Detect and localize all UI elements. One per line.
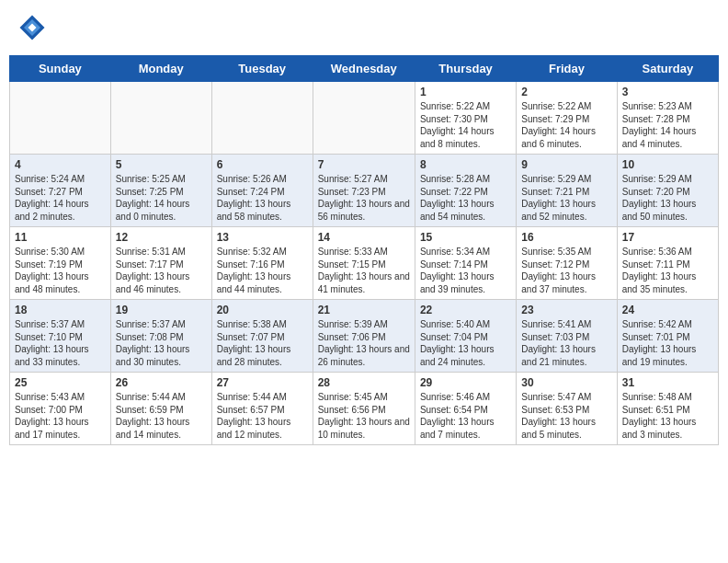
- calendar-cell: [10, 82, 111, 155]
- day-number: 9: [521, 158, 611, 171]
- calendar-cell: 17Sunrise: 5:36 AM Sunset: 7:11 PM Dayli…: [617, 227, 718, 300]
- day-info: Sunrise: 5:31 AM Sunset: 7:17 PM Dayligh…: [116, 246, 207, 295]
- calendar-cell: 1Sunrise: 5:22 AM Sunset: 7:30 PM Daylig…: [415, 82, 516, 155]
- calendar-cell: 27Sunrise: 5:44 AM Sunset: 6:57 PM Dayli…: [211, 373, 313, 445]
- day-info: Sunrise: 5:44 AM Sunset: 6:57 PM Dayligh…: [217, 391, 308, 441]
- day-info: Sunrise: 5:32 AM Sunset: 7:16 PM Dayligh…: [217, 246, 308, 295]
- calendar-week-row: 25Sunrise: 5:43 AM Sunset: 7:00 PM Dayli…: [10, 373, 719, 445]
- logo: [18, 14, 50, 41]
- day-number: 14: [318, 231, 410, 244]
- day-number: 11: [15, 231, 106, 244]
- calendar-cell: 10Sunrise: 5:29 AM Sunset: 7:20 PM Dayli…: [617, 155, 718, 227]
- calendar-cell: 3Sunrise: 5:23 AM Sunset: 7:28 PM Daylig…: [617, 82, 718, 155]
- calendar-cell: 24Sunrise: 5:42 AM Sunset: 7:01 PM Dayli…: [617, 300, 718, 373]
- day-info: Sunrise: 5:36 AM Sunset: 7:11 PM Dayligh…: [622, 246, 713, 295]
- day-info: Sunrise: 5:22 AM Sunset: 7:30 PM Dayligh…: [420, 100, 511, 150]
- day-number: 19: [116, 304, 207, 316]
- day-info: Sunrise: 5:33 AM Sunset: 7:15 PM Dayligh…: [318, 246, 410, 295]
- calendar-cell: 14Sunrise: 5:33 AM Sunset: 7:15 PM Dayli…: [313, 227, 415, 300]
- day-number: 5: [116, 158, 207, 171]
- day-info: Sunrise: 5:45 AM Sunset: 6:56 PM Dayligh…: [318, 391, 410, 441]
- day-info: Sunrise: 5:22 AM Sunset: 7:29 PM Dayligh…: [521, 100, 611, 150]
- day-info: Sunrise: 5:39 AM Sunset: 7:06 PM Dayligh…: [318, 318, 410, 368]
- day-number: 8: [420, 158, 511, 171]
- calendar-cell: 22Sunrise: 5:40 AM Sunset: 7:04 PM Dayli…: [415, 300, 516, 373]
- day-number: 4: [15, 158, 106, 171]
- day-info: Sunrise: 5:28 AM Sunset: 7:22 PM Dayligh…: [420, 173, 511, 223]
- logo-icon: [18, 14, 46, 41]
- weekday-header-wednesday: Wednesday: [313, 56, 415, 82]
- calendar-cell: [313, 82, 415, 155]
- calendar-week-row: 4Sunrise: 5:24 AM Sunset: 7:27 PM Daylig…: [10, 155, 719, 227]
- day-number: 23: [521, 304, 611, 316]
- weekday-header-monday: Monday: [110, 56, 211, 82]
- day-info: Sunrise: 5:46 AM Sunset: 6:54 PM Dayligh…: [420, 391, 511, 441]
- calendar-cell: 9Sunrise: 5:29 AM Sunset: 7:21 PM Daylig…: [517, 155, 617, 227]
- calendar-cell: 19Sunrise: 5:37 AM Sunset: 7:08 PM Dayli…: [110, 300, 211, 373]
- calendar-cell: 13Sunrise: 5:32 AM Sunset: 7:16 PM Dayli…: [211, 227, 313, 300]
- weekday-header-saturday: Saturday: [617, 56, 718, 82]
- calendar-cell: 29Sunrise: 5:46 AM Sunset: 6:54 PM Dayli…: [415, 373, 516, 445]
- day-info: Sunrise: 5:35 AM Sunset: 7:12 PM Dayligh…: [521, 246, 611, 295]
- calendar-cell: 2Sunrise: 5:22 AM Sunset: 7:29 PM Daylig…: [517, 82, 617, 155]
- calendar-cell: 4Sunrise: 5:24 AM Sunset: 7:27 PM Daylig…: [10, 155, 111, 227]
- day-info: Sunrise: 5:44 AM Sunset: 6:59 PM Dayligh…: [116, 391, 207, 441]
- day-number: 17: [622, 231, 713, 244]
- day-number: 16: [521, 231, 611, 244]
- calendar-cell: 15Sunrise: 5:34 AM Sunset: 7:14 PM Dayli…: [415, 227, 516, 300]
- day-info: Sunrise: 5:41 AM Sunset: 7:03 PM Dayligh…: [521, 318, 611, 368]
- calendar-cell: 8Sunrise: 5:28 AM Sunset: 7:22 PM Daylig…: [415, 155, 516, 227]
- calendar-cell: 21Sunrise: 5:39 AM Sunset: 7:06 PM Dayli…: [313, 300, 415, 373]
- day-number: 24: [622, 304, 713, 316]
- day-info: Sunrise: 5:29 AM Sunset: 7:20 PM Dayligh…: [622, 173, 713, 223]
- calendar-cell: 18Sunrise: 5:37 AM Sunset: 7:10 PM Dayli…: [10, 300, 111, 373]
- day-info: Sunrise: 5:26 AM Sunset: 7:24 PM Dayligh…: [217, 173, 308, 223]
- weekday-header-friday: Friday: [517, 56, 617, 82]
- day-info: Sunrise: 5:29 AM Sunset: 7:21 PM Dayligh…: [521, 173, 611, 223]
- day-info: Sunrise: 5:24 AM Sunset: 7:27 PM Dayligh…: [15, 173, 106, 223]
- day-number: 22: [420, 304, 511, 316]
- calendar-cell: 7Sunrise: 5:27 AM Sunset: 7:23 PM Daylig…: [313, 155, 415, 227]
- day-info: Sunrise: 5:37 AM Sunset: 7:10 PM Dayligh…: [15, 318, 106, 368]
- calendar-cell: 12Sunrise: 5:31 AM Sunset: 7:17 PM Dayli…: [110, 227, 211, 300]
- calendar-cell: 30Sunrise: 5:47 AM Sunset: 6:53 PM Dayli…: [517, 373, 617, 445]
- day-number: 7: [318, 158, 410, 171]
- calendar-cell: 26Sunrise: 5:44 AM Sunset: 6:59 PM Dayli…: [110, 373, 211, 445]
- day-number: 21: [318, 304, 410, 316]
- calendar-cell: 20Sunrise: 5:38 AM Sunset: 7:07 PM Dayli…: [211, 300, 313, 373]
- day-info: Sunrise: 5:40 AM Sunset: 7:04 PM Dayligh…: [420, 318, 511, 368]
- day-info: Sunrise: 5:42 AM Sunset: 7:01 PM Dayligh…: [622, 318, 713, 368]
- calendar-week-row: 18Sunrise: 5:37 AM Sunset: 7:10 PM Dayli…: [10, 300, 719, 373]
- calendar-cell: 28Sunrise: 5:45 AM Sunset: 6:56 PM Dayli…: [313, 373, 415, 445]
- day-info: Sunrise: 5:30 AM Sunset: 7:19 PM Dayligh…: [15, 246, 106, 295]
- day-info: Sunrise: 5:25 AM Sunset: 7:25 PM Dayligh…: [116, 173, 207, 223]
- calendar-header-row: SundayMondayTuesdayWednesdayThursdayFrid…: [10, 56, 719, 82]
- day-number: 2: [521, 86, 611, 98]
- day-number: 25: [15, 376, 106, 389]
- weekday-header-sunday: Sunday: [10, 56, 111, 82]
- day-info: Sunrise: 5:27 AM Sunset: 7:23 PM Dayligh…: [318, 173, 410, 223]
- day-number: 26: [116, 376, 207, 389]
- calendar-week-row: 11Sunrise: 5:30 AM Sunset: 7:19 PM Dayli…: [10, 227, 719, 300]
- day-number: 6: [217, 158, 308, 171]
- calendar-cell: 25Sunrise: 5:43 AM Sunset: 7:00 PM Dayli…: [10, 373, 111, 445]
- weekday-header-tuesday: Tuesday: [211, 56, 313, 82]
- calendar-cell: 11Sunrise: 5:30 AM Sunset: 7:19 PM Dayli…: [10, 227, 111, 300]
- calendar-cell: 6Sunrise: 5:26 AM Sunset: 7:24 PM Daylig…: [211, 155, 313, 227]
- calendar-cell: 5Sunrise: 5:25 AM Sunset: 7:25 PM Daylig…: [110, 155, 211, 227]
- calendar-cell: 16Sunrise: 5:35 AM Sunset: 7:12 PM Dayli…: [517, 227, 617, 300]
- day-number: 31: [622, 376, 713, 389]
- calendar-cell: [110, 82, 211, 155]
- day-number: 29: [420, 376, 511, 389]
- page-header: [9, 9, 719, 46]
- day-number: 10: [622, 158, 713, 171]
- day-info: Sunrise: 5:48 AM Sunset: 6:51 PM Dayligh…: [622, 391, 713, 441]
- day-number: 13: [217, 231, 308, 244]
- day-number: 28: [318, 376, 410, 389]
- day-info: Sunrise: 5:38 AM Sunset: 7:07 PM Dayligh…: [217, 318, 308, 368]
- day-number: 27: [217, 376, 308, 389]
- day-info: Sunrise: 5:37 AM Sunset: 7:08 PM Dayligh…: [116, 318, 207, 368]
- day-number: 15: [420, 231, 511, 244]
- day-number: 1: [420, 86, 511, 98]
- day-number: 30: [521, 376, 611, 389]
